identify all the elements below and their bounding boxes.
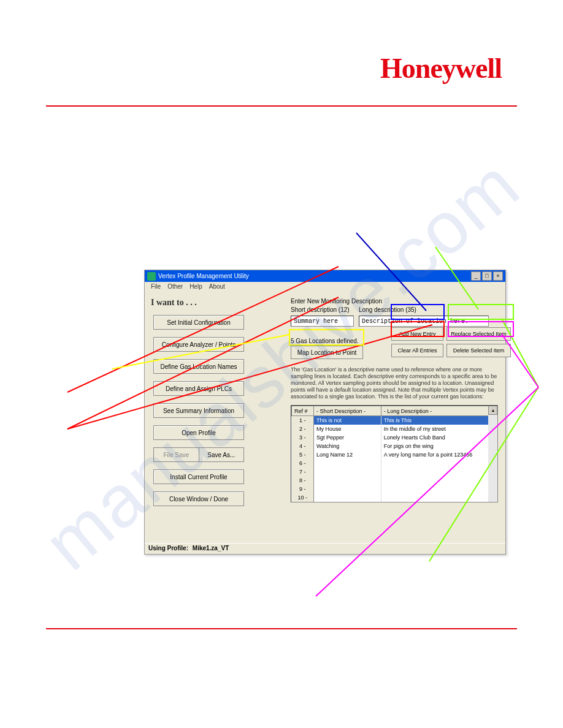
cell-short xyxy=(314,476,381,485)
menubar: File Other Help About xyxy=(145,282,505,293)
clear-all-entries-button[interactable]: Clear All Entries xyxy=(391,344,443,357)
table-scrollbar[interactable]: ▴ xyxy=(488,406,497,502)
delete-selected-button[interactable]: Delete Selected Item xyxy=(446,344,511,357)
cell-ref: 4 - xyxy=(292,442,314,450)
menu-file[interactable]: File xyxy=(148,283,163,292)
table-row[interactable]: 7 - xyxy=(292,468,497,476)
cell-ref: 2 - xyxy=(292,425,314,433)
maximize-button[interactable]: □ xyxy=(482,271,492,281)
cell-long: In the middle of my street xyxy=(381,425,497,433)
table-row[interactable]: 10 - xyxy=(292,493,497,502)
cell-short xyxy=(314,468,381,476)
cell-ref: 10 - xyxy=(292,493,314,502)
menu-help[interactable]: Help xyxy=(187,283,205,292)
titlebar[interactable]: Vertex Profile Management Utility _ □ × xyxy=(145,270,505,282)
open-profile-button[interactable]: Open Profile xyxy=(153,425,244,440)
cell-short: Sgt Pepper xyxy=(314,433,381,442)
define-assign-plc-button[interactable]: Define and Assign PLCs xyxy=(153,381,244,396)
add-new-entry-button[interactable]: Add New Entry xyxy=(391,327,443,341)
cell-short: Watching xyxy=(314,442,381,450)
table-row[interactable]: 5 -Long Name 12A very long name for a po… xyxy=(292,450,497,459)
col-ref[interactable]: Ref # xyxy=(292,406,314,416)
cell-ref: 1 - xyxy=(292,416,314,425)
cell-long xyxy=(381,485,497,493)
task-panel: Set Initial Configuration Configure Anal… xyxy=(153,315,251,514)
cell-long xyxy=(381,476,497,485)
cell-ref: 8 - xyxy=(292,476,314,485)
close-button[interactable]: × xyxy=(493,271,503,281)
table-row[interactable]: 4 -WatchingFor pigs on the wing xyxy=(292,442,497,450)
enter-new-label: Enter New Monitoring Description xyxy=(291,298,499,305)
honeywell-logo: Honeywell xyxy=(380,52,502,85)
short-desc-input[interactable] xyxy=(291,316,354,327)
cell-long xyxy=(381,459,497,468)
cell-short xyxy=(314,493,381,502)
action-buttons: Add New Entry Replace Selected Item Clea… xyxy=(391,327,511,357)
cell-long xyxy=(381,493,497,502)
cell-long: This is This xyxy=(381,416,497,425)
cell-short xyxy=(314,485,381,493)
table-row[interactable]: 6 - xyxy=(292,459,497,468)
app-window: Vertex Profile Management Utility _ □ × … xyxy=(144,270,506,555)
col-short[interactable]: - Short Description - xyxy=(314,406,381,416)
cell-short: This is not xyxy=(314,416,381,425)
statusbar: Using Profile: Mike1.za_VT xyxy=(145,543,505,554)
col-long[interactable]: - Long Description - xyxy=(381,406,497,416)
cell-ref: 6 - xyxy=(292,459,314,468)
cell-ref: 7 - xyxy=(292,468,314,476)
table-row[interactable]: 8 - xyxy=(292,476,497,485)
minimize-button[interactable]: _ xyxy=(471,271,481,281)
long-desc-label: Long description (35) xyxy=(359,306,489,313)
see-summary-button[interactable]: See Summary Information xyxy=(153,403,244,418)
table-row[interactable]: 3 -Sgt PepperLonely Hearts Club Band xyxy=(292,433,497,442)
close-window-button[interactable]: Close Window / Done xyxy=(153,491,244,506)
menu-about[interactable]: About xyxy=(207,283,228,292)
divider-bottom xyxy=(46,628,517,629)
divider-top xyxy=(46,105,517,107)
table-row[interactable]: 9 - xyxy=(292,485,497,493)
cell-ref: 5 - xyxy=(292,450,314,459)
replace-selected-button[interactable]: Replace Selected Item xyxy=(446,327,511,341)
info-text: The 'Gas Location' is a descriptive name… xyxy=(291,366,499,400)
define-gas-location-button[interactable]: Define Gas Location Names xyxy=(153,359,244,374)
status-label: Using Profile: xyxy=(148,545,188,552)
scroll-up-icon[interactable]: ▴ xyxy=(488,406,497,415)
file-save-button[interactable]: File Save xyxy=(153,447,199,462)
cell-long: For pigs on the wing xyxy=(381,442,497,450)
gas-locations-table: Ref # - Short Description - - Long Descr… xyxy=(291,405,498,502)
cell-ref: 3 - xyxy=(292,433,314,442)
install-profile-button[interactable]: Install Current Profile xyxy=(153,469,244,484)
set-initial-config-button[interactable]: Set Initial Configuration xyxy=(153,315,244,330)
window-title: Vertex Profile Management Utility xyxy=(158,273,471,279)
table-row[interactable]: 1 -This is notThis is This xyxy=(292,416,497,425)
cell-long: Lonely Hearts Club Band xyxy=(381,433,497,442)
cell-long xyxy=(381,468,497,476)
cell-long: A very long name for a point 123456 xyxy=(381,450,497,459)
cell-short: My House xyxy=(314,425,381,433)
table-row[interactable]: 2 -My HouseIn the middle of my street xyxy=(292,425,497,433)
status-profile-name: Mike1.za_VT xyxy=(193,545,229,552)
app-icon xyxy=(147,272,156,281)
menu-other[interactable]: Other xyxy=(165,283,185,292)
map-location-button[interactable]: Map Location to Point xyxy=(291,346,363,359)
short-desc-label: Short description (12) xyxy=(291,306,354,313)
cell-short xyxy=(314,459,381,468)
configure-analyzer-button[interactable]: Configure Analyzer / Points xyxy=(153,337,244,352)
long-desc-input[interactable] xyxy=(359,316,489,327)
save-as-button[interactable]: Save As... xyxy=(199,447,245,462)
cell-short: Long Name 12 xyxy=(314,450,381,459)
cell-ref: 9 - xyxy=(292,485,314,493)
